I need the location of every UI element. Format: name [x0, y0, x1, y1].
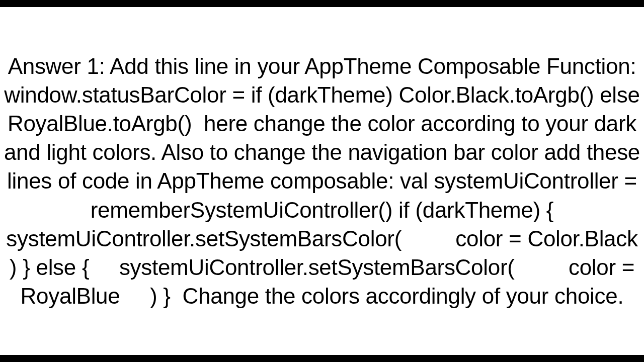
answer-text: Answer 1: Add this line in your AppTheme…	[0, 52, 644, 311]
content-area: Answer 1: Add this line in your AppTheme…	[0, 7, 644, 355]
